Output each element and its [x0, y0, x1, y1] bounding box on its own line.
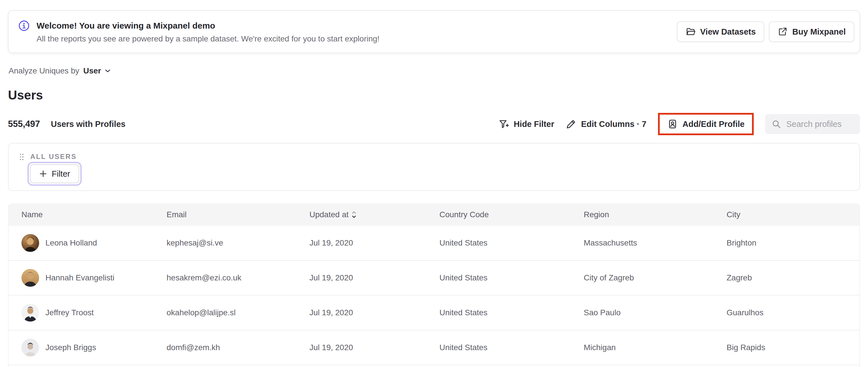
cell-email: domfi@zem.kh: [166, 343, 220, 352]
add-filter-label: Filter: [52, 169, 70, 179]
banner-title: Welcome! You are viewing a Mixpanel demo: [37, 21, 215, 31]
cell-country: United States: [439, 308, 488, 317]
cell-email: hesakrem@ezi.co.uk: [166, 273, 241, 282]
cell-name: Joseph Briggs: [45, 343, 96, 352]
column-header-name[interactable]: Name: [22, 204, 43, 226]
cell-name: Jeffrey Troost: [45, 308, 94, 317]
cell-region: Michigan: [584, 343, 616, 352]
cell-name: Leona Holland: [45, 238, 97, 247]
pencil-icon: [566, 119, 577, 129]
cell-region: Sao Paulo: [584, 308, 621, 317]
avatar: [22, 234, 39, 252]
profiles-count: 555,497: [8, 119, 40, 129]
buy-mixpanel-button[interactable]: Buy Mixpanel: [769, 22, 854, 42]
cell-country: United States: [439, 238, 488, 247]
search-profiles-input[interactable]: [786, 119, 854, 129]
view-datasets-button[interactable]: View Datasets: [677, 22, 765, 42]
table-row[interactable]: Joseph Briggs domfi@zem.kh Jul 19, 2020 …: [8, 330, 860, 365]
analyze-value-text: User: [83, 66, 101, 75]
cell-country: United States: [439, 273, 488, 282]
column-header-region[interactable]: Region: [584, 204, 609, 226]
cell-region: Massachusetts: [584, 238, 637, 247]
filter-button-focus-ring: Filter: [27, 162, 82, 186]
search-icon: [771, 119, 781, 129]
table-row[interactable]: Leona Holland kephesaj@si.ve Jul 19, 202…: [8, 226, 860, 261]
edit-columns-button[interactable]: Edit Columns · 7: [566, 119, 647, 129]
external-link-icon: [777, 27, 788, 37]
demo-banner: Welcome! You are viewing a Mixpanel demo…: [8, 10, 860, 53]
column-header-email[interactable]: Email: [166, 204, 187, 226]
profiles-count-label: Users with Profiles: [51, 120, 125, 129]
table-row[interactable]: Jeffrey Troost okahelop@lalijpe.sl Jul 1…: [8, 296, 860, 330]
page-title: Users: [8, 88, 43, 102]
avatar: [22, 339, 39, 357]
meta-row: 555,497 Users with Profiles Hide Filter …: [8, 111, 860, 137]
sort-icon: [351, 210, 356, 219]
cell-name: Hannah Evangelisti: [45, 273, 114, 282]
cell-email: okahelop@lalijpe.sl: [166, 308, 236, 317]
cell-updated: Jul 19, 2020: [309, 273, 353, 282]
analyze-row: Analyze Uniques by User: [8, 66, 111, 75]
edit-columns-label: Edit Columns · 7: [581, 120, 647, 129]
analyze-uniques-dropdown[interactable]: User: [83, 66, 111, 75]
filter-group-label: ALL USERS: [30, 153, 77, 161]
view-datasets-label: View Datasets: [700, 27, 756, 37]
cell-email: kephesaj@si.ve: [166, 238, 223, 247]
column-header-city[interactable]: City: [726, 204, 740, 226]
cell-updated: Jul 19, 2020: [309, 343, 353, 352]
add-edit-profile-label: Add/Edit Profile: [683, 120, 745, 129]
highlight-box: Add/Edit Profile: [658, 113, 754, 135]
column-header-updated-at[interactable]: Updated at: [309, 204, 356, 226]
search-profiles-box[interactable]: [765, 114, 860, 134]
info-icon: [18, 20, 30, 31]
folder-icon: [685, 27, 696, 37]
cell-region: City of Zagreb: [584, 273, 634, 282]
add-filter-button[interactable]: Filter: [30, 164, 79, 183]
filter-card: ALL USERS Filter: [8, 143, 860, 191]
funnel-plus-icon: [498, 119, 509, 129]
table-header: Name Email Updated at Country Code Regio…: [8, 204, 860, 226]
hide-filter-button[interactable]: Hide Filter: [498, 119, 554, 129]
toolbar: Hide Filter Edit Columns · 7: [498, 113, 860, 135]
avatar: [22, 269, 39, 287]
cell-updated: Jul 19, 2020: [309, 308, 353, 317]
cell-updated: Jul 19, 2020: [309, 238, 353, 247]
banner-subtitle: All the reports you see are powered by a…: [37, 34, 379, 43]
buy-mixpanel-label: Buy Mixpanel: [792, 27, 846, 37]
id-card-icon: [667, 119, 678, 129]
column-header-country-code[interactable]: Country Code: [439, 204, 489, 226]
cell-city: Zagreb: [726, 273, 752, 282]
avatar: [22, 304, 39, 322]
add-edit-profile-button[interactable]: Add/Edit Profile: [667, 119, 745, 129]
hide-filter-label: Hide Filter: [514, 120, 554, 129]
analyze-label: Analyze Uniques by: [8, 66, 79, 75]
plus-icon: [39, 170, 47, 178]
cell-city: Brighton: [726, 238, 756, 247]
cell-city: Big Rapids: [726, 343, 765, 352]
chevron-down-icon: [104, 69, 111, 73]
users-table: Name Email Updated at Country Code Regio…: [8, 204, 860, 367]
table-row[interactable]: Hannah Evangelisti hesakrem@ezi.co.uk Ju…: [8, 261, 860, 296]
cell-city: Guarulhos: [726, 308, 764, 317]
banner-text: Welcome! You are viewing a Mixpanel demo…: [18, 20, 379, 43]
drag-handle-icon[interactable]: [19, 153, 25, 161]
cell-country: United States: [439, 343, 488, 352]
